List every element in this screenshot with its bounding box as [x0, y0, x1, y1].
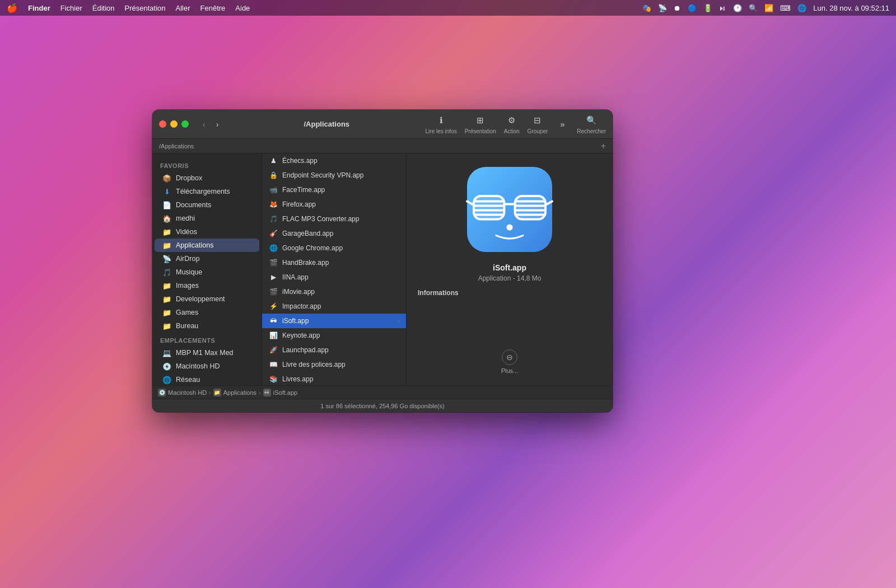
sidebar-item-games[interactable]: 📁 Games: [155, 306, 259, 319]
menubar-datetime: Lun. 28 nov. à 09:52:11: [813, 4, 889, 12]
close-button[interactable]: [159, 120, 166, 128]
back-button[interactable]: ‹: [198, 118, 210, 130]
telechargements-icon: ⬇: [162, 187, 171, 196]
file-item[interactable]: 📹 FaceTime.app: [262, 183, 406, 197]
bottompath-label-isoft: iSoft.app: [273, 389, 297, 396]
file-item[interactable]: 📚 Livres.app: [262, 372, 406, 385]
presentation-label: Présentation: [465, 128, 496, 134]
sidebar-item-macintosh[interactable]: 💿 Macintosh HD: [155, 360, 259, 373]
file-item[interactable]: 🔒 Endpoint Security VPN.app: [262, 168, 406, 183]
menubar-icon-wifi2: 📶: [764, 4, 773, 12]
file-item[interactable]: 🚀 Launchpad.app: [262, 343, 406, 357]
menubar-left: 🍎 Finder Fichier Édition Présentation Al…: [7, 3, 250, 13]
finder-window: ‹ › /Applications ℹ Lire les infos ⊞ Pré…: [152, 110, 613, 412]
menubar-fichier[interactable]: Fichier: [60, 4, 82, 12]
more-button[interactable]: ⊖: [502, 349, 517, 365]
file-name: Livre des polices.app: [282, 361, 399, 368]
games-icon: 📁: [162, 308, 171, 317]
finder-pathbar: /Applications +: [152, 139, 613, 153]
file-name: Firefox.app: [282, 200, 399, 208]
apple-menu[interactable]: 🍎: [7, 3, 18, 13]
sidebar-item-telechargements[interactable]: ⬇ Téléchargements: [155, 185, 259, 198]
sidebar-label-documents: Documents: [176, 201, 211, 209]
medhi-icon: 🏠: [162, 214, 171, 223]
bottompath-macintosh[interactable]: 💿 Macintosh HD: [158, 389, 207, 396]
file-item[interactable]: 📊 Keynote.app: [262, 328, 406, 343]
sidebar-item-images[interactable]: 📁 Images: [155, 279, 259, 292]
preview-app-name: iSoft.app: [493, 263, 526, 272]
file-icon: 📹: [269, 185, 278, 194]
toolbar-actions: ℹ Lire les infos ⊞ Présentation ⚙ Action…: [426, 114, 606, 134]
sidebar-label-applications: Applications: [176, 241, 213, 249]
file-item[interactable]: 🦊 Firefox.app: [262, 197, 406, 212]
file-item[interactable]: 🎬 iMovie.app: [262, 284, 406, 299]
toolbar-presentation[interactable]: ⊞ Présentation: [465, 114, 496, 134]
minimize-button[interactable]: [170, 120, 178, 128]
sidebar-item-videos[interactable]: 📁 Vidéos: [155, 225, 259, 239]
menubar-right: 🎭 📡 ⏺ 🔵 🔋 ⏯ 🕐 🔍 📶 ⌨ 🌐 Lun. 28 nov. à 09:…: [642, 4, 889, 12]
menubar-aller[interactable]: Aller: [176, 4, 190, 12]
sidebar-label-dropbox: Dropbox: [176, 174, 202, 182]
file-icon: ♟: [269, 156, 278, 165]
sidebar-item-applications[interactable]: 📁 Applications: [155, 239, 259, 252]
action-label: Action: [504, 128, 520, 134]
menubar-edition[interactable]: Édition: [92, 4, 115, 12]
sidebar-item-documents[interactable]: 📄 Documents: [155, 198, 259, 212]
sidebar-item-bureau[interactable]: 📁 Bureau: [155, 319, 259, 333]
file-name: IINA.app: [282, 273, 399, 281]
sidebar-label-videos: Vidéos: [176, 228, 197, 236]
add-button[interactable]: +: [601, 141, 606, 151]
applications-icon: 📁: [162, 241, 171, 250]
toolbar-more[interactable]: »: [556, 118, 569, 131]
file-name: Échecs.app: [282, 157, 399, 165]
finder-preview: iSoft.app Application - 14,8 Mo Informat…: [407, 153, 613, 385]
file-item[interactable]: ▶ IINA.app: [262, 270, 406, 284]
file-item[interactable]: 🌐 Google Chrome.app: [262, 241, 406, 255]
menubar-aide[interactable]: Aide: [235, 4, 250, 12]
file-item[interactable]: 🎵 FLAC MP3 Converter.app: [262, 212, 406, 226]
file-item[interactable]: 🎬 HandBrake.app: [262, 255, 406, 270]
search-icon: 🔍: [585, 114, 598, 127]
sidebar-item-musique[interactable]: 🎵 Musique: [155, 265, 259, 279]
toolbar-group[interactable]: ⊟ Grouper: [528, 114, 548, 134]
file-item[interactable]: ⚡ Impactor.app: [262, 299, 406, 314]
file-icon: 🔒: [269, 171, 278, 180]
action-icon: ⚙: [505, 114, 519, 127]
maximize-button[interactable]: [181, 120, 189, 128]
menubar-icon-wifi: 📡: [658, 4, 667, 12]
sidebar-item-reseau[interactable]: 🌐 Réseau: [155, 373, 259, 385]
file-item[interactable]: ♟ Échecs.app: [262, 153, 406, 168]
app-icon: 🕶: [263, 389, 271, 396]
sidebar-item-dropbox[interactable]: 📦 Dropbox: [155, 171, 259, 185]
menubar-icon-search[interactable]: 🔍: [749, 4, 758, 12]
bottompath-isoft[interactable]: 🕶 iSoft.app: [263, 389, 297, 396]
finder-filelist: ♟ Échecs.app 🔒 Endpoint Security VPN.app…: [262, 153, 407, 385]
developpement-icon: 📁: [162, 295, 171, 304]
menubar-presentation[interactable]: Présentation: [125, 4, 166, 12]
bottompath-applications[interactable]: 📁 Applications: [213, 389, 256, 396]
file-item[interactable]: 📖 Livre des polices.app: [262, 357, 406, 372]
menubar-fenetre[interactable]: Fenêtre: [200, 4, 226, 12]
forward-button[interactable]: ›: [211, 118, 223, 130]
menubar-finder[interactable]: Finder: [28, 4, 50, 12]
traffic-lights: [159, 120, 189, 128]
search-label: Rechercher: [577, 128, 606, 134]
file-item-selected[interactable]: 🕶 iSoft.app ›: [262, 314, 406, 328]
sidebar-item-airdrop[interactable]: 📡 AirDrop: [155, 252, 259, 265]
menubar-icon-play: ⏯: [719, 4, 726, 12]
toolbar-info[interactable]: ℹ Lire les infos: [426, 114, 457, 134]
folder-icon: 📁: [213, 389, 221, 396]
sidebar-item-medhi[interactable]: 🏠 medhi: [155, 212, 259, 225]
sidebar-item-developpement[interactable]: 📁 Developpement: [155, 292, 259, 306]
file-icon: 📊: [269, 331, 278, 340]
toolbar-action-btn[interactable]: ⚙ Action: [504, 114, 520, 134]
file-name: Impactor.app: [282, 302, 399, 310]
menubar-icon-kb: ⌨: [780, 4, 791, 12]
file-name: Launchpad.app: [282, 346, 399, 354]
pathbar-text: /Applications: [159, 143, 194, 150]
sidebar-item-mbp[interactable]: 💻 MBP M1 Max Med: [155, 346, 259, 360]
more-icon: »: [556, 118, 569, 131]
file-item[interactable]: 🎸 GarageBand.app: [262, 226, 406, 241]
toolbar-search[interactable]: 🔍 Rechercher: [577, 114, 606, 134]
presentation-icon: ⊞: [474, 114, 487, 127]
